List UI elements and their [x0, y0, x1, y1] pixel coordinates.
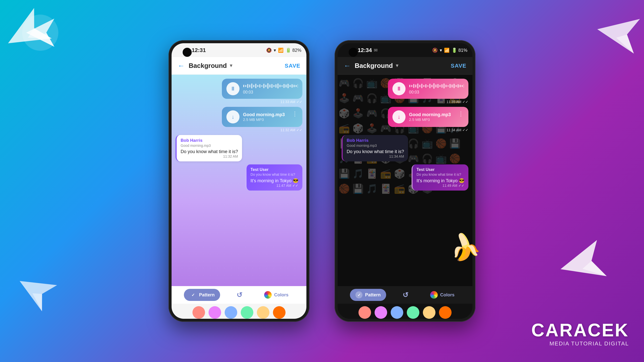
- recv-time-right: 11:34 AM: [347, 154, 404, 158]
- pattern-check-right: ✓: [355, 291, 363, 298]
- voice-duration-right: 00:03: [409, 90, 464, 95]
- camera-left: [183, 48, 192, 57]
- reply-ref-left: Good morning.mp3: [181, 144, 238, 148]
- download-btn-right[interactable]: ↓: [392, 110, 406, 123]
- signal-icon-right: 📶: [444, 48, 450, 53]
- quoted-text-left: It's morning in Tokyo 😎: [251, 178, 298, 184]
- wifi-icon-left: ▾: [274, 48, 276, 53]
- battery-icon-right: 🔋 81%: [452, 48, 467, 53]
- sender-name-left: Bob Harris: [181, 138, 238, 143]
- wifi-icon-right: ▾: [440, 48, 442, 53]
- colors-btn-right[interactable]: Colors: [425, 289, 460, 301]
- voice-timestamp-right: 11:35 AM ✓✓: [388, 100, 468, 104]
- phone-right: 🍌 12:34 ✉ 🔕 ▾ 📶 🔋 81%: [335, 40, 475, 322]
- app-bar-left: ← Background ▼ SAVE: [172, 57, 306, 75]
- brand-container: CARACEK MEDIA TUTORIAL DIGITAL: [531, 320, 629, 347]
- camera-right: [349, 48, 358, 57]
- quoted-original-right: Do you know what time it is?: [417, 172, 464, 176]
- recv-text-right: Do you know what time it is?: [347, 149, 404, 154]
- quoted-msg-left: Test User Do you know what time it is? I…: [246, 164, 302, 191]
- status-bar-left: 12:31 🔕 ▾ 📶 🔋 82%: [172, 43, 306, 57]
- file-menu-left[interactable]: ⋮: [292, 110, 298, 117]
- quoted-text-right: It's morning in Tokyo 😎: [417, 178, 464, 184]
- voice-msg-left: ⏸ 00:03 11:33 AM ✓✓: [222, 79, 302, 104]
- color-swatches-left: [172, 304, 306, 319]
- pattern-btn-right[interactable]: ✓ Pattern: [350, 289, 386, 301]
- recv-time-left: 11:32 AM: [181, 154, 238, 158]
- sender-name-right: Bob Harris: [347, 138, 404, 143]
- quoted-time-right: 11:49 AM ✓✓: [417, 184, 464, 188]
- rotate-btn-right[interactable]: ↺: [399, 289, 412, 301]
- pause-btn-left[interactable]: ⏸: [226, 82, 239, 95]
- quoted-user-left: Test User: [251, 167, 298, 172]
- signal-icon-left: 📶: [278, 48, 284, 53]
- dropdown-arrow-right[interactable]: ▼: [395, 63, 399, 68]
- color-wheel-left: [264, 291, 272, 299]
- color-wheel-right: [430, 291, 438, 299]
- dropdown-arrow-left[interactable]: ▼: [229, 63, 233, 68]
- voice-duration-left: 00:03: [243, 90, 298, 95]
- svg-marker-2: [594, 12, 640, 54]
- brand-name: CARACEK: [531, 320, 629, 340]
- mute-icon-right: 🔕: [432, 48, 438, 53]
- phone-frame-right: 12:34 ✉ 🔕 ▾ 📶 🔋 81% ← Backgrou: [335, 40, 475, 322]
- filename-left: Good morning.mp3: [243, 112, 288, 117]
- status-icons-right: 🔕 ▾ 📶 🔋 81%: [378, 48, 467, 53]
- recv-msg-right: Bob Harris Good morning.mp3 Do you know …: [342, 135, 408, 161]
- banana-decoration: 🍌: [447, 229, 483, 264]
- chat-area-left: ⏸ 00:03 11:33 AM ✓✓: [172, 75, 306, 286]
- screen-title-left: Background ▼: [189, 62, 285, 70]
- status-bar-right: 12:34 ✉ 🔕 ▾ 📶 🔋 81%: [338, 43, 472, 57]
- color-swatches-right: [338, 304, 472, 319]
- pattern-check-left: ✓: [189, 291, 196, 298]
- brand-subtitle: MEDIA TUTORIAL DIGITAL: [531, 340, 629, 347]
- file-timestamp-right: 11:34 AM ✓✓: [388, 128, 468, 132]
- file-msg-left: ↓ Good morning.mp3 2.5 MB MP3 ⋮ 11:3: [222, 107, 302, 132]
- save-button-right[interactable]: SAVE: [451, 63, 466, 69]
- bg-plane-2: [593, 12, 640, 62]
- voice-timestamp-left: 11:33 AM ✓✓: [222, 100, 302, 104]
- voice-msg-right: ⏸ 00:03 11:35 AM ✓✓: [388, 79, 468, 104]
- back-button-right[interactable]: ←: [344, 62, 351, 70]
- back-button-left[interactable]: ←: [178, 62, 185, 70]
- filesize-left: 2.5 MB MP3: [243, 117, 288, 122]
- colors-btn-left[interactable]: Colors: [259, 289, 294, 301]
- screen-title-right: Background ▼: [355, 62, 451, 70]
- file-timestamp-left: 11:32 AM ✓✓: [222, 128, 302, 132]
- recv-msg-left: Bob Harris Good morning.mp3 Do you know …: [176, 135, 242, 161]
- mute-icon-left: 🔕: [266, 48, 272, 53]
- quoted-user-right: Test User: [417, 167, 464, 172]
- filename-right: Good morning.mp3: [409, 112, 454, 117]
- status-time-left: 12:31: [192, 47, 206, 54]
- file-msg-right: ↓ Good morning.mp3 2.5 MB MP3 ⋮ 11:3: [388, 107, 468, 132]
- status-icons-left: 🔕 ▾ 📶 🔋 82%: [266, 48, 301, 53]
- quoted-time-left: 11:47 AM ✓✓: [251, 184, 298, 188]
- reply-ref-right: Good morning.mp3: [347, 144, 404, 148]
- save-button-left[interactable]: SAVE: [285, 63, 300, 69]
- bottom-bar-left: ✓ Pattern ↺ Colors: [172, 286, 306, 304]
- file-menu-right[interactable]: ⋮: [458, 110, 464, 117]
- phone-screen-left: 12:31 🔕 ▾ 📶 🔋 82% ← Background: [172, 43, 306, 319]
- pause-btn-right[interactable]: ⏸: [392, 82, 406, 95]
- tick-left-1: ✓✓: [296, 100, 302, 104]
- recv-text-left: Do you know what time it is?: [181, 149, 238, 154]
- battery-icon-left: 🔋 82%: [286, 48, 301, 53]
- status-time-right: 12:34: [358, 47, 372, 54]
- mail-icon-right: ✉: [374, 48, 378, 53]
- phone-frame-left: 12:31 🔕 ▾ 📶 🔋 82% ← Background: [169, 40, 309, 322]
- rotate-btn-left[interactable]: ↺: [233, 289, 246, 301]
- phone-screen-right: 12:34 ✉ 🔕 ▾ 📶 🔋 81% ← Backgrou: [338, 43, 472, 319]
- bottom-bar-right: ✓ Pattern ↺ Colors: [338, 286, 472, 304]
- app-bar-right: ← Background ▼ SAVE: [338, 57, 472, 75]
- download-btn-left[interactable]: ↓: [226, 110, 239, 123]
- phone-left: 12:31 🔕 ▾ 📶 🔋 82% ← Background: [169, 40, 309, 322]
- quoted-original-left: Do you know what time it is?: [251, 172, 298, 176]
- pattern-btn-left[interactable]: ✓ Pattern: [184, 289, 220, 301]
- quoted-msg-right: Test User Do you know what time it is? I…: [412, 164, 468, 191]
- filesize-right: 2.5 MB MP3: [409, 117, 454, 122]
- telegram-logo-bg: [20, 13, 60, 53]
